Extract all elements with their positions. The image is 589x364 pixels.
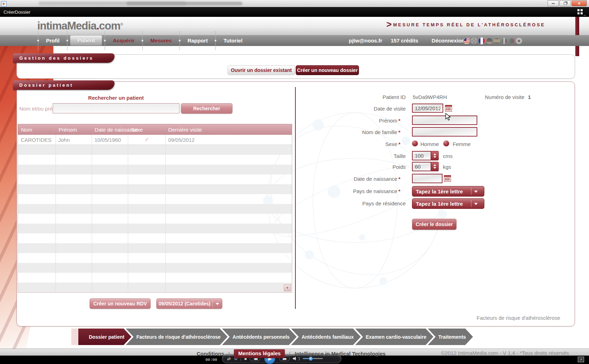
vertical-divider bbox=[295, 87, 296, 309]
gestion-ribbon-title: Gestion des dossiers bbox=[13, 53, 114, 63]
minimize-icon bbox=[552, 3, 555, 4]
visit-number-label: Numéro de visite bbox=[472, 94, 524, 100]
wizard-step-antecedents-familiaux[interactable]: Antécédents familiaux bbox=[291, 329, 361, 345]
date-visite-input[interactable] bbox=[412, 104, 443, 113]
browser-chrome: × bbox=[0, 0, 589, 7]
column-header-naissance[interactable]: Date de naissance bbox=[92, 127, 128, 133]
stepper-down-icon bbox=[433, 167, 436, 169]
site-tagline: >MESURE TEMPS RÉEL DE L'ATHÉROSCLÉROSE bbox=[386, 19, 541, 30]
table-header: Nom Prénom Date de naissance Sexe Derniè… bbox=[18, 124, 292, 135]
empty-row bbox=[18, 263, 292, 273]
mouse-cursor bbox=[445, 113, 451, 121]
empty-row bbox=[18, 283, 292, 292]
wizard-step-examen-cardio[interactable]: Examen cardio-vasculaire bbox=[355, 329, 433, 345]
radio-homme[interactable] bbox=[412, 140, 418, 146]
pays-naissance-dropdown[interactable]: Tapez la 1ère lettre bbox=[412, 186, 484, 197]
stepper-down-icon bbox=[433, 156, 436, 158]
flag-jp-icon[interactable] bbox=[516, 38, 522, 44]
back-arrow-icon[interactable]: ← bbox=[583, 12, 588, 17]
close-button[interactable]: × bbox=[571, 0, 587, 6]
table-body: CAROTIDES John 10/05/1960 ♂ 09/05/2012 bbox=[18, 135, 292, 292]
search-input[interactable] bbox=[53, 103, 179, 113]
empty-row bbox=[18, 273, 292, 283]
poids-stepper[interactable] bbox=[431, 162, 439, 171]
main-nav: Profil Patient Acquérir Mesures Rapport … bbox=[0, 35, 589, 46]
player-app-icon bbox=[1, 1, 7, 7]
new-rdv-button[interactable]: Créer un nouveau RDV bbox=[90, 298, 151, 309]
chevron-down-icon bbox=[474, 203, 478, 207]
tab-ouvrir-dossier[interactable]: Ouvrir un dossier existant bbox=[228, 65, 295, 75]
visit-dropdown[interactable]: 09/05/2012 (Carotides) bbox=[156, 298, 222, 309]
poids-input[interactable] bbox=[412, 162, 431, 171]
close-icon: × bbox=[578, 1, 580, 6]
wizard-step-antecedents-personnels[interactable]: Antécédents personnels bbox=[222, 329, 297, 345]
patient-id-value: 5vDa9WP4RH bbox=[413, 94, 447, 100]
nav-item-patient[interactable]: Patient bbox=[70, 35, 102, 46]
radio-femme-label[interactable]: Femme bbox=[453, 141, 471, 147]
flag-pt-icon[interactable] bbox=[509, 38, 515, 44]
calendar-icon[interactable] bbox=[444, 175, 451, 182]
empty-row bbox=[18, 233, 292, 243]
nav-item-mesures[interactable]: Mesures bbox=[145, 35, 177, 46]
poids-unit: kgs bbox=[443, 164, 451, 170]
imt-link[interactable]: Intelligence in Medical Technologies bbox=[295, 351, 386, 357]
logout-link[interactable]: Déconnexion bbox=[427, 35, 470, 46]
volume-slider[interactable] bbox=[303, 358, 323, 359]
patient-id-label: Patient ID bbox=[369, 94, 406, 100]
nom-famille-label: Nom de famille bbox=[362, 129, 397, 135]
column-header-sexe[interactable]: Sexe bbox=[128, 127, 165, 133]
wizard-step-dossier-patient[interactable]: Dossier patient bbox=[78, 329, 131, 345]
wizard-step-traitements[interactable]: Traitements bbox=[428, 329, 473, 345]
taille-unit: cms bbox=[443, 153, 453, 159]
flag-it-icon[interactable] bbox=[501, 38, 507, 44]
prenom-input[interactable] bbox=[412, 115, 477, 125]
chevron-down-icon bbox=[474, 191, 478, 194]
empty-row bbox=[18, 174, 292, 184]
wizard-step-facteurs[interactable]: Facteurs de risque d'athérosclérose bbox=[126, 329, 228, 345]
calendar-icon[interactable] bbox=[445, 105, 452, 112]
creer-dossier-button[interactable]: Créer le dossier bbox=[412, 219, 457, 230]
date-naissance-input[interactable] bbox=[412, 174, 443, 183]
mentions-legales-link[interactable]: Mentions légales bbox=[234, 349, 285, 358]
flag-fr-icon[interactable] bbox=[478, 38, 485, 44]
user-email: pjtw@noos.fr bbox=[349, 38, 382, 44]
patients-table: Nom Prénom Date de naissance Sexe Derniè… bbox=[18, 124, 292, 293]
nav-divider bbox=[179, 31, 180, 50]
conditions-link[interactable]: Conditions bbox=[197, 351, 224, 357]
column-header-visite[interactable]: Dernière visite bbox=[165, 127, 292, 133]
flag-us-icon[interactable] bbox=[464, 38, 470, 44]
table-scroll-down-button[interactable]: ▼ bbox=[284, 284, 291, 291]
search-button[interactable]: Rechercher bbox=[181, 103, 233, 114]
sexe-label: Sexe bbox=[385, 141, 397, 147]
pays-residence-dropdown[interactable]: Tapez la 1ère lettre bbox=[412, 198, 484, 209]
radio-femme[interactable] bbox=[443, 140, 449, 146]
male-icon: ♂ bbox=[128, 136, 165, 144]
column-header-prenom[interactable]: Prénom bbox=[56, 127, 92, 133]
minimize-button[interactable] bbox=[548, 0, 559, 6]
empty-row bbox=[18, 253, 292, 263]
tab-creer-dossier[interactable]: Créer un nouveau dossier bbox=[296, 65, 359, 75]
chevron-down-icon bbox=[216, 303, 219, 307]
flag-de-icon[interactable] bbox=[486, 38, 492, 44]
taille-stepper[interactable] bbox=[431, 151, 439, 160]
site-logo[interactable]: intimaMedia.com® bbox=[37, 20, 123, 32]
grid-icon[interactable] bbox=[577, 9, 583, 14]
nom-famille-input[interactable] bbox=[412, 127, 477, 137]
nav-item-rapport[interactable]: Rapport bbox=[183, 35, 213, 46]
expand-icon[interactable]: ↗ bbox=[578, 357, 584, 362]
play-triangle-icon bbox=[3, 2, 5, 5]
restore-button[interactable] bbox=[559, 0, 571, 6]
table-row-patient[interactable]: CAROTIDES John 10/05/1960 ♂ 09/05/2012 bbox=[18, 135, 292, 145]
nav-divider bbox=[38, 31, 38, 50]
taille-input[interactable] bbox=[412, 151, 431, 160]
nav-item-tutoriel[interactable]: Tutoriel bbox=[218, 35, 247, 46]
flag-uk-icon[interactable] bbox=[471, 38, 477, 44]
flag-es-icon[interactable] bbox=[494, 38, 500, 44]
column-header-nom[interactable]: Nom bbox=[18, 127, 56, 133]
nav-item-profil[interactable]: Profil bbox=[41, 35, 64, 46]
empty-row bbox=[18, 165, 292, 174]
wizard-steps: Dossier patient Facteurs de risque d'ath… bbox=[71, 329, 473, 345]
nav-item-acquerir[interactable]: Acquérir bbox=[108, 35, 139, 46]
restore-icon bbox=[564, 2, 567, 5]
radio-homme-label[interactable]: Homme bbox=[420, 141, 439, 147]
